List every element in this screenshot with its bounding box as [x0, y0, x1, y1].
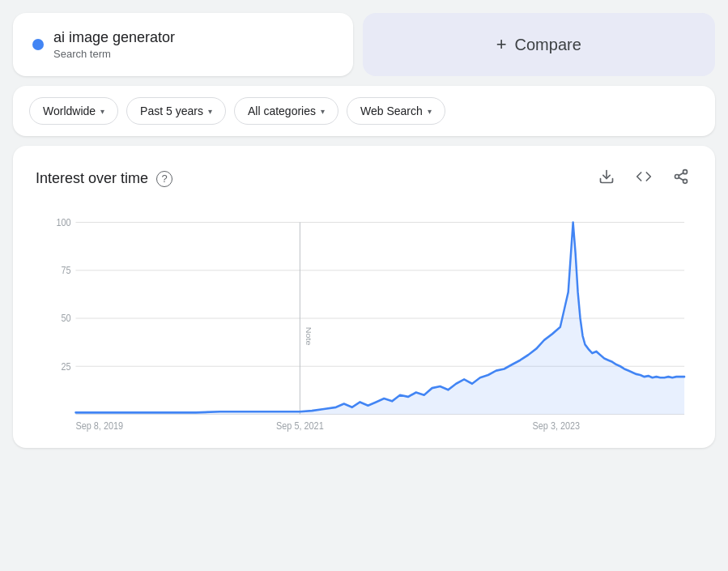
search-term-card: ai image generator Search term: [13, 13, 353, 76]
svg-text:50: 50: [61, 313, 70, 323]
share-button[interactable]: [670, 165, 692, 192]
help-icon[interactable]: ?: [156, 171, 172, 187]
svg-text:Sep 8, 2019: Sep 8, 2019: [75, 420, 123, 430]
svg-text:Note: Note: [304, 327, 313, 346]
embed-button[interactable]: [632, 165, 655, 192]
svg-line-5: [679, 173, 683, 175]
download-button[interactable]: [595, 165, 618, 192]
filter-search-type-label: Web Search: [360, 104, 423, 117]
filter-search-type[interactable]: Web Search ▾: [347, 97, 445, 125]
chart-actions: [595, 165, 692, 192]
share-icon: [673, 168, 689, 185]
filters-row: Worldwide ▾ Past 5 years ▾ All categorie…: [13, 86, 715, 136]
chart-title: Interest over time: [36, 170, 148, 187]
chart-card: Interest over time ?: [13, 146, 715, 448]
download-icon: [598, 168, 615, 185]
search-term-label: Search term: [53, 48, 175, 60]
svg-text:100: 100: [56, 217, 70, 227]
filter-time-label: Past 5 years: [140, 104, 203, 117]
chart-header: Interest over time ?: [36, 165, 692, 192]
svg-text:25: 25: [61, 361, 70, 371]
search-term-dot: [32, 39, 44, 50]
svg-text:Sep 5, 2021: Sep 5, 2021: [276, 420, 324, 430]
filter-region[interactable]: Worldwide ▾: [29, 97, 118, 125]
chart-area: 100 75 50 25 Note Sep 8, 2019 Sep 5, 202…: [36, 205, 692, 432]
filter-category[interactable]: All categories ▾: [234, 97, 338, 125]
filter-category-label: All categories: [248, 104, 316, 117]
filter-time[interactable]: Past 5 years ▾: [126, 97, 226, 125]
chart-title-group: Interest over time ?: [36, 170, 172, 187]
chevron-down-icon: ▾: [428, 107, 432, 116]
compare-card[interactable]: + Compare: [363, 13, 716, 76]
chevron-down-icon: ▾: [208, 107, 212, 116]
chevron-down-icon: ▾: [321, 107, 325, 116]
embed-icon: [636, 168, 652, 185]
filter-region-label: Worldwide: [43, 104, 96, 117]
search-term-name: ai image generator: [53, 29, 175, 46]
svg-line-4: [679, 177, 683, 180]
svg-text:75: 75: [61, 266, 70, 275]
search-term-text: ai image generator Search term: [53, 29, 175, 60]
interest-chart: 100 75 50 25 Note Sep 8, 2019 Sep 5, 202…: [36, 205, 692, 432]
compare-label: Compare: [515, 36, 581, 54]
svg-text:Sep 3, 2023: Sep 3, 2023: [533, 420, 581, 430]
chevron-down-icon: ▾: [100, 107, 104, 116]
compare-plus-icon: +: [496, 34, 507, 55]
help-icon-label: ?: [161, 173, 167, 185]
